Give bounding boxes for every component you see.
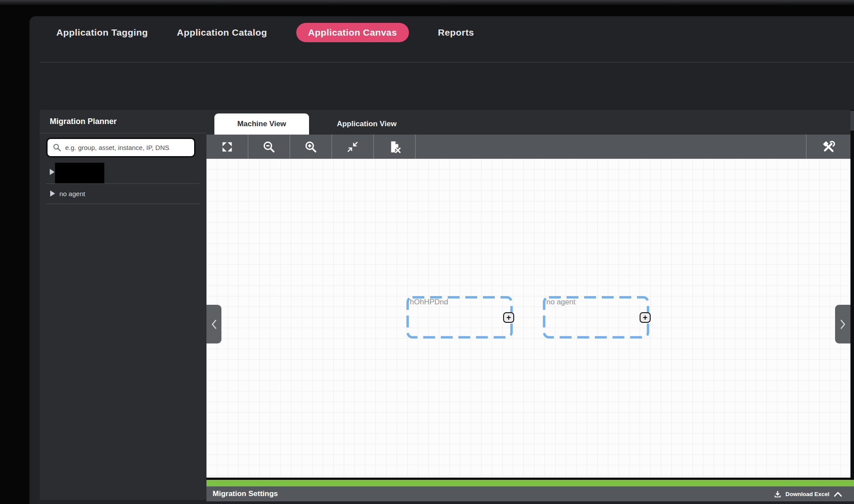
tree-item-no-agent[interactable]: no agent (40, 183, 206, 204)
scrollbar-thumb[interactable] (850, 111, 854, 131)
expand-caret-icon[interactable] (50, 190, 55, 197)
sidebar-migration-planner: Migration Planner no agent (40, 110, 206, 500)
group-label: no agent (546, 298, 575, 307)
tree-item-group[interactable] (40, 161, 206, 183)
straighten-connection-icon (346, 141, 359, 153)
toolbar-spacer (416, 135, 806, 159)
view-tab-bar: Machine View Application View (206, 110, 854, 135)
nav-tab-application-catalog[interactable]: Application Catalog (177, 23, 267, 42)
group-label: hOhHPDnd (410, 298, 448, 307)
remove-file-icon (388, 140, 401, 153)
zoom-out-icon (262, 140, 276, 153)
straighten-connection-button[interactable] (332, 135, 374, 159)
chevron-up-icon[interactable] (833, 491, 843, 497)
sidebar-search[interactable] (46, 138, 195, 157)
zoom-in-icon (304, 140, 317, 153)
add-to-group-button[interactable]: + (640, 312, 651, 323)
chevron-right-icon (839, 318, 847, 330)
canvas-group-hohhpdnd[interactable]: hOhHPDnd + (406, 296, 513, 339)
tab-machine-view[interactable]: Machine View (214, 113, 309, 135)
migration-settings-bar[interactable]: Migration Settings Download Excel (206, 486, 854, 501)
canvas-group-no-agent[interactable]: no agent + (543, 296, 649, 339)
tools-button[interactable] (806, 135, 850, 159)
tab-application-view[interactable]: Application View (316, 113, 417, 135)
add-to-group-button[interactable]: + (503, 312, 514, 323)
search-icon (53, 143, 61, 152)
screen: Application Tagging Application Catalog … (0, 0, 854, 504)
vertical-scrollbar[interactable] (850, 110, 854, 504)
machine-view-canvas[interactable]: hOhHPDnd + no agent + (206, 159, 850, 478)
search-input[interactable] (65, 144, 184, 151)
zoom-out-button[interactable] (248, 135, 290, 159)
nav-tab-application-canvas[interactable]: Application Canvas (296, 23, 409, 42)
canvas-toolbar (206, 135, 850, 159)
footer-dark-strip (206, 501, 854, 504)
zoom-in-button[interactable] (290, 135, 332, 159)
fit-view-icon (221, 141, 233, 153)
scroll-right-paddle[interactable] (835, 305, 850, 343)
migration-settings-title: Migration Settings (213, 489, 278, 498)
nav-tab-application-tagging[interactable]: Application Tagging (56, 23, 148, 42)
sidebar-divider (40, 133, 206, 133)
header-divider (40, 62, 854, 62)
tools-icon (822, 140, 835, 153)
tree-item-label: no agent (59, 190, 85, 197)
sidebar-title: Migration Planner (50, 117, 117, 126)
chevron-left-icon (210, 318, 218, 330)
download-excel-label: Download Excel (785, 491, 829, 497)
nav-tab-reports[interactable]: Reports (438, 23, 474, 42)
remove-file-button[interactable] (374, 135, 416, 159)
download-excel-button[interactable]: Download Excel (774, 490, 843, 498)
fit-view-button[interactable] (206, 135, 248, 159)
download-icon (774, 490, 781, 498)
footer-green-bar (206, 480, 854, 486)
scroll-left-paddle[interactable] (206, 305, 221, 343)
tree-divider (46, 204, 200, 204)
expand-caret-icon[interactable] (50, 169, 55, 175)
header-nav: Application Tagging Application Catalog … (56, 23, 474, 42)
tree-item-label-redacted (55, 163, 104, 183)
window-top-strip (0, 0, 854, 6)
